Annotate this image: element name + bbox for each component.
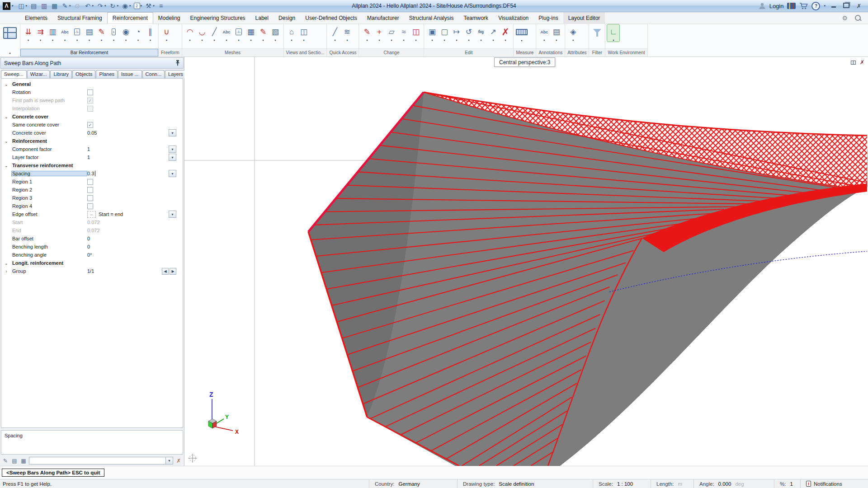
bar-visibility-icon[interactable]: ◉▾ (120, 24, 132, 42)
shop-cart-icon[interactable] (799, 3, 808, 9)
login-person-icon[interactable] (759, 2, 766, 9)
stack-bars-icon[interactable]: ⇉▾ (34, 24, 47, 42)
load-favorite-icon[interactable]: ▤ (11, 457, 18, 465)
discard-icon[interactable]: ✗ (175, 458, 182, 464)
move-icon[interactable]: ↦▾ (450, 24, 462, 42)
work-environment-icon[interactable]: ∟▾ (607, 24, 619, 42)
tools-icon[interactable]: ⚒▾ (144, 1, 156, 11)
annotation-document-icon[interactable]: ▤▾ (550, 24, 562, 42)
close-view-icon[interactable]: ✗ (860, 60, 864, 65)
status-country[interactable]: Country:Germany (369, 479, 457, 488)
mesh-modify-icon[interactable]: ◡▾ (196, 24, 208, 42)
menu-user-defined-objects[interactable]: User-Defined Objects (300, 12, 362, 23)
view-windows-button[interactable]: ▾ (0, 24, 20, 56)
property-value[interactable]: 0 (87, 236, 90, 241)
property-value[interactable]: 0.3 (87, 171, 94, 176)
bar-spacing-icon[interactable]: ▥▾ (47, 24, 59, 42)
window-layout-icon[interactable]: 2▾ (133, 1, 143, 11)
section-reinforcement[interactable]: ⌄Reinforcement (1, 137, 183, 145)
area-plus-minus-icon[interactable]: ±▾ (108, 24, 120, 42)
bar-schedule-icon[interactable]: ◔▾ (132, 24, 144, 42)
menu-visualization[interactable]: Visualization (493, 12, 533, 23)
tab-objects[interactable]: Objects (72, 70, 95, 78)
property-value[interactable]: 0 (87, 244, 90, 249)
section-icon[interactable]: ◫▾ (298, 24, 310, 42)
search-icon[interactable] (855, 15, 861, 21)
draw-line-icon[interactable]: ╱▾ (329, 24, 341, 42)
notifications-button[interactable]: ! Notifications (800, 479, 868, 488)
measure-ruler-icon[interactable]: ▾ (515, 24, 528, 42)
edit-element-icon[interactable]: ▱▾ (385, 24, 397, 42)
property-value[interactable]: 0.05 (87, 130, 97, 136)
mesh-edit-icon[interactable]: ✎▾ (257, 24, 269, 42)
menu-engineering-structures[interactable]: Engineering Structures (185, 12, 250, 23)
menu-modeling[interactable]: Modeling (153, 12, 185, 23)
pencil-icon[interactable]: ✎▾ (361, 24, 373, 42)
tab-conn[interactable]: Conn... (142, 70, 165, 78)
allplan-menu-arrow-icon[interactable]: ▾ (12, 4, 14, 8)
dropdown-button-layer-factor[interactable]: ▼ (169, 154, 176, 161)
freeform-bar-icon[interactable]: ∪▾ (160, 24, 173, 42)
gear-icon[interactable]: ⚙ (842, 14, 848, 22)
section-transverse-reinforcement[interactable]: ⌄Transverse reinforcement (1, 161, 183, 169)
new-document-icon[interactable]: ✎▾ (60, 1, 72, 11)
new-window-icon[interactable]: ◫▾ (17, 1, 28, 11)
project-settings-icon[interactable]: ▥ (39, 1, 49, 11)
menu-structural-framing[interactable]: Structural Framing (52, 12, 107, 23)
status-angle[interactable]: Angle:0.000deg (693, 479, 774, 488)
pin-icon[interactable] (175, 60, 180, 66)
login-button[interactable]: Login (769, 3, 784, 9)
spinner-prev-button[interactable]: ◀ (162, 268, 169, 275)
tile-window-icon[interactable] (851, 61, 856, 65)
resize-icon[interactable]: ↗▾ (487, 24, 499, 42)
menu-design[interactable]: Design (274, 12, 300, 23)
text-icon[interactable]: Abc▾ (538, 24, 550, 42)
dropdown-button-spacing[interactable]: ▼ (169, 170, 176, 177)
mirror-icon[interactable]: ⇋▾ (475, 24, 487, 42)
chevron-down-icon[interactable]: ▼ (165, 457, 173, 464)
join-elements-icon[interactable]: ◫▾ (410, 24, 422, 42)
status-scale[interactable]: Scale:1 : 100 (593, 479, 651, 488)
section-general[interactable]: ⌄General (1, 80, 183, 88)
minimize-button[interactable] (829, 3, 838, 9)
viewport-canvas[interactable]: Z Y X (184, 57, 868, 466)
bar-label-icon[interactable]: Abc▾ (59, 24, 71, 42)
menu-elements[interactable]: Elements (20, 12, 52, 23)
bar-rail-icon[interactable]: ∥▾ (144, 24, 156, 42)
save-favorite-icon[interactable]: ▦ (20, 457, 27, 465)
match-properties-icon[interactable]: ✎ (2, 457, 9, 465)
tab-planes[interactable]: Planes (96, 70, 118, 78)
mesh-dimension-icon[interactable]: -1-▾ (233, 24, 245, 42)
rotate-icon[interactable]: ↺▾ (462, 24, 475, 42)
dropdown-button-concrete-cover[interactable]: ▼ (169, 129, 176, 136)
toolbar-options-icon[interactable]: ≡ (156, 1, 166, 11)
status-drawing-type[interactable]: Drawing type:Scale definition (457, 479, 593, 488)
property-value[interactable]: Start = end (99, 211, 123, 217)
close-button[interactable]: ✗ (854, 3, 863, 9)
tab-wizar[interactable]: Wizar... (27, 70, 50, 78)
selection-icon[interactable]: ▢▾ (438, 24, 450, 42)
copy-icon[interactable]: ▣▾ (426, 24, 438, 42)
status-length[interactable]: Length:m (651, 479, 693, 488)
attributes-tag-icon[interactable]: ◈▾ (567, 24, 579, 42)
view-icon[interactable]: ⌂▾ (286, 24, 298, 42)
checkbox-same-concrete-cover[interactable]: ✓ (87, 122, 93, 128)
dropdown-button-edge-offset[interactable]: ▼ (169, 211, 176, 218)
modify-bar-icon[interactable]: ✎▾ (95, 24, 108, 42)
menu-reinforcement[interactable]: Reinforcement (107, 12, 153, 23)
palette-title-bar[interactable]: Sweep Bars Along Path (0, 57, 184, 69)
dropdown-button-component-factor[interactable]: ▼ (169, 145, 176, 153)
mesh-cut-icon[interactable]: ╱▾ (208, 24, 221, 42)
trace-icon[interactable]: ≋▾ (341, 24, 353, 42)
undo-icon[interactable]: ↶▾ (83, 1, 95, 11)
content-library-icon[interactable] (787, 3, 796, 9)
menu-structural-analysis[interactable]: Structural Analysis (404, 12, 459, 23)
help-icon[interactable]: ? (811, 2, 820, 10)
adapt-icon[interactable]: ≈▾ (397, 24, 410, 42)
menu-manufacturer[interactable]: Manufacturer (362, 12, 404, 23)
allplan-logo-icon[interactable]: Λ (3, 2, 10, 10)
checkbox-region-3[interactable] (87, 195, 93, 201)
restore-button[interactable] (842, 3, 851, 9)
section-concrete-cover[interactable]: ⌄Concrete cover (1, 113, 183, 121)
checkbox-rotation[interactable] (87, 89, 93, 95)
